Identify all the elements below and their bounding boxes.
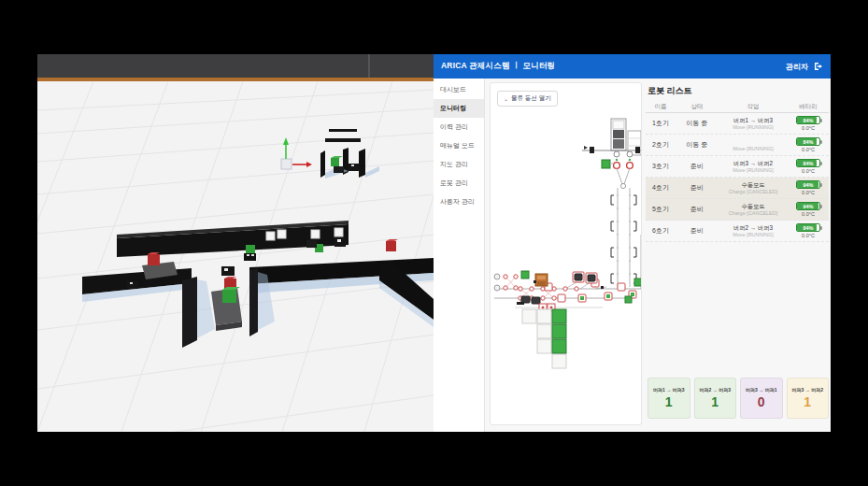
map-horizontal-track (494, 235, 641, 307)
robot-temp: 0.0°C (802, 147, 815, 152)
robot-task: 버퍼3 → 버퍼2 (719, 160, 788, 167)
stat-card-buffer1-buffer3[interactable]: 버퍼1 → 버퍼3 1 (647, 378, 690, 419)
robot-name: 4호기 (646, 183, 676, 193)
logout-icon[interactable] (814, 62, 823, 71)
table-row[interactable]: 3호기 준비 버퍼3 → 버퍼2Move [RUNNING] 84%0.0°C (646, 156, 829, 178)
sidebar-item-user-management[interactable]: 사용자 관리 (434, 193, 484, 211)
robot-list-section: 로봇 리스트 이름 상태 작업 배터리 1호기 이동 중 버퍼1 → 버퍼3Mo… (646, 79, 829, 432)
stat-card-buffer2-buffer3[interactable]: 버퍼2 → 버퍼3 1 (694, 378, 737, 419)
robot-subtask: Charge [CANCELED] (719, 210, 788, 217)
col-task: 작업 (719, 103, 788, 111)
facility-map-card: ⌄ 물류 동선 열기 (490, 82, 642, 425)
sidebar: 대시보드 모니터링 이력 관리 매뉴얼 모드 지도 관리 로봇 관리 사용자 관… (434, 79, 485, 432)
table-row[interactable]: 2호기 이동 중 Move [RUNNING] 84%0.0°C (646, 135, 829, 156)
robot-task: 버퍼2 → 버퍼3 (719, 224, 788, 232)
robot-name: 5호기 (646, 205, 676, 214)
facility-map-canvas[interactable] (491, 109, 642, 424)
robot-subtask: Move [RUNNING] (719, 146, 788, 152)
sidebar-item-dashboard[interactable]: 대시보드 (434, 80, 484, 99)
table-row[interactable]: 6호기 준비 버퍼2 → 버퍼3Move [RUNNING] 84%0.0°C (646, 221, 829, 242)
robot-subtask: Charge [CANCELED] (719, 189, 788, 195)
stat-card-value: 0 (758, 394, 765, 409)
map-buffer-grid (522, 309, 566, 368)
robot-status: 이동 중 (676, 119, 719, 128)
sidebar-item-monitoring[interactable]: 모니터링 (434, 99, 484, 118)
robot-name: 2호기 (646, 140, 676, 150)
stat-card-value: 1 (665, 394, 673, 409)
stat-card-label: 버퍼3 → 버퍼1 (746, 387, 776, 393)
battery-gauge: 94% (796, 202, 820, 210)
battery-gauge: 84% (796, 137, 820, 146)
robot-subtask: Move [RUNNING] (719, 167, 788, 174)
table-row[interactable]: 5호기 준비 수동모드Charge [CANCELED] 94%0.0°C (646, 199, 829, 221)
chevron-down-icon: ⌄ (504, 97, 508, 101)
sidebar-item-robot-management[interactable]: 로봇 관리 (434, 174, 484, 193)
stat-card-label: 버퍼1 → 버퍼3 (653, 387, 684, 393)
robot-subtask: Move [RUNNING] (719, 124, 788, 131)
main-content: ⌄ 물류 동선 열기 (485, 79, 831, 432)
robot-status: 준비 (676, 183, 719, 193)
col-name: 이름 (646, 103, 676, 111)
dashboard-panel: ARICA 관제시스템 ㅣ 모니터링 관리자 대시보드 모니터링 이력 관리 매… (434, 54, 831, 432)
battery-gauge: 84% (796, 116, 820, 124)
robot-table: 이름 상태 작업 배터리 1호기 이동 중 버퍼1 → 버퍼3Move [RUN… (646, 101, 829, 242)
robot-status: 준비 (676, 226, 719, 236)
buffer-route-cards: 버퍼1 → 버퍼3 1 버퍼2 → 버퍼3 1 버퍼3 → 버퍼1 0 버퍼 (647, 378, 829, 419)
horizon-band (37, 54, 434, 81)
battery-gauge: 84% (796, 223, 820, 232)
robot-task: 버퍼1 → 버퍼3 (719, 117, 788, 124)
map-vertical-lanes (611, 168, 636, 287)
robot-status: 이동 중 (676, 140, 719, 150)
robot-name: 3호기 (646, 162, 676, 171)
scene-3d (37, 54, 434, 432)
robot-name: 1호기 (646, 119, 676, 128)
table-row[interactable]: 1호기 이동 중 버퍼1 → 버퍼3Move [RUNNING] 84%0.0°… (646, 113, 829, 135)
stat-card-buffer3-buffer1[interactable]: 버퍼3 → 버퍼1 0 (740, 378, 783, 419)
stat-card-buffer3-buffer2[interactable]: 버퍼3 → 버퍼2 1 (787, 378, 830, 419)
app-title: ARICA 관제시스템 ㅣ 모니터링 (441, 61, 555, 72)
wall-cluster-far (320, 129, 379, 179)
stat-card-value: 1 (804, 394, 811, 409)
robot-task (719, 138, 788, 146)
robot-task: 수동모드 (719, 203, 788, 210)
col-battery: 배터리 (788, 103, 829, 111)
floor-grid (37, 81, 434, 432)
logistics-route-toggle-button[interactable]: ⌄ 물류 동선 열기 (497, 91, 558, 107)
user-label[interactable]: 관리자 (786, 62, 808, 72)
robot-status: 준비 (676, 162, 719, 171)
sidebar-item-map-management[interactable]: 지도 관리 (434, 155, 484, 174)
stat-card-label: 버퍼2 → 버퍼3 (700, 387, 731, 393)
robot-list-title: 로봇 리스트 (647, 85, 692, 97)
robot-temp: 0.0°C (802, 168, 815, 174)
sidebar-item-history[interactable]: 이력 관리 (434, 118, 484, 136)
stat-card-label: 버퍼3 → 버퍼2 (792, 387, 823, 393)
battery-gauge: 94% (796, 180, 820, 189)
battery-gauge: 84% (796, 159, 820, 167)
robot-temp: 0.0°C (802, 125, 815, 131)
robot-subtask: Move [RUNNING] (719, 232, 788, 238)
robot-temp: 0.0°C (802, 233, 815, 238)
robot-table-header: 이름 상태 작업 배터리 (646, 101, 829, 113)
robot-status: 준비 (676, 205, 719, 214)
left-conveyor-wall (82, 252, 192, 302)
robot-temp: 0.0°C (802, 211, 815, 217)
app-header: ARICA 관제시스템 ㅣ 모니터링 관리자 (434, 54, 831, 79)
stat-card-value: 1 (711, 394, 719, 409)
simulator-3d-viewport[interactable] (37, 54, 434, 432)
robot-task: 수동모드 (719, 181, 788, 189)
robot-temp: 0.0°C (802, 190, 815, 195)
col-status: 상태 (676, 103, 719, 111)
sidebar-item-manual-mode[interactable]: 매뉴얼 모드 (434, 136, 484, 155)
robot-name: 6호기 (646, 226, 676, 236)
table-row[interactable]: 4호기 준비 수동모드Charge [CANCELED] 94%0.0°C (646, 178, 829, 199)
logistics-route-toggle-label: 물류 동선 열기 (511, 94, 551, 103)
screen: ARICA 관제시스템 ㅣ 모니터링 관리자 대시보드 모니터링 이력 관리 매… (0, 0, 868, 486)
